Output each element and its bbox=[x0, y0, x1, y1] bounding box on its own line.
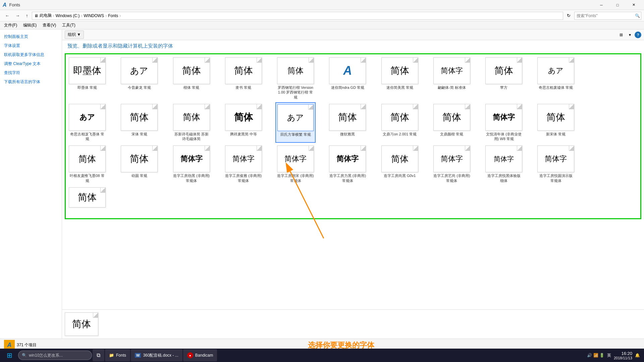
refresh-button[interactable]: ↻ bbox=[565, 12, 573, 19]
font-item-3[interactable]: 简体 楷体 常规 bbox=[171, 56, 212, 101]
font-item-10[interactable]: あア 奇思古粗废墟体 常规 bbox=[536, 56, 576, 101]
font-item-12[interactable]: あア 奇思古相泼飞墨体 常规 bbox=[67, 102, 107, 143]
font-item-31[interactable]: 简体字 造字工房悦黑体验版 细体 bbox=[484, 144, 524, 185]
font-item-28[interactable]: 简体字 造字工房力黑 (非商用) 常规体 bbox=[327, 144, 368, 185]
taskbar-search[interactable]: 🔍 win10怎么更改系... bbox=[18, 351, 92, 360]
font-item-23[interactable]: 简体 叶根友庞惟飞墨08 常规 bbox=[67, 144, 107, 185]
font-grid-wrapper[interactable]: 即墨体 即墨体 常规 あア 今昔豪龙 常规 简体 bbox=[62, 51, 644, 309]
font-card-34: 简体 bbox=[69, 187, 106, 207]
font-name-12: 奇思古相泼飞墨体 常规 bbox=[69, 132, 106, 141]
search-button[interactable]: 🔍 bbox=[635, 13, 640, 18]
font-item-24[interactable]: 简体 幼圆 常规 bbox=[119, 144, 159, 185]
font-card-31: 简体字 bbox=[485, 145, 522, 172]
sidebar: 控制面板主页 字体设置 联机获取更多字体信息 调整 ClearType 文本 查… bbox=[0, 29, 62, 339]
content-area: 组织 ▼ ⊞ ▾ ? 预览、删除或者显示和隐藏计算机上安装的字体 即墨体 bbox=[62, 29, 644, 339]
font-item-2[interactable]: あア 今昔豪龙 常规 bbox=[119, 56, 159, 101]
main-layout: 控制面板主页 字体设置 联机获取更多字体信息 调整 ClearType 文本 查… bbox=[0, 29, 644, 339]
font-name-31: 造字工房悦黑体验版 细体 bbox=[485, 173, 522, 183]
start-button[interactable]: ⊞ bbox=[1, 349, 17, 362]
menu-bar: 文件(F) 编辑(E) 查看(V) 工具(T) bbox=[0, 21, 644, 29]
sidebar-cleartype[interactable]: 调整 ClearType 文本 bbox=[0, 59, 62, 68]
menu-file[interactable]: 文件(F) bbox=[1, 22, 20, 29]
font-item-29[interactable]: 简体 造字工房尚黑 G0v1 bbox=[380, 144, 420, 185]
view-dropdown[interactable]: ▾ bbox=[627, 32, 633, 38]
font-item-25[interactable]: 简体字 造字工房劲黑 (非商用) 常规体 bbox=[171, 144, 212, 185]
close-button[interactable]: ✕ bbox=[626, 0, 641, 10]
font-grid-highlighted: 即墨体 即墨体 常规 あア 今昔豪龙 常规 简体 bbox=[65, 53, 641, 219]
menu-view[interactable]: 查看(V) bbox=[40, 22, 59, 29]
font-name-4: 隶书 常规 bbox=[225, 85, 262, 90]
font-item-5[interactable]: 筒体 罗西钢笔行楷 Version 1.00 罗西钢笔行楷 常规 bbox=[275, 56, 316, 101]
font-card-7: 简体 bbox=[381, 57, 418, 84]
font-item-7[interactable]: 简体 迷你简美黑 常规 bbox=[380, 56, 420, 101]
bandicam-icon: ● bbox=[187, 352, 193, 358]
font-card-30: 简体字 bbox=[433, 145, 470, 172]
back-button[interactable]: ← bbox=[3, 12, 12, 19]
file-explorer-icon: 📁 bbox=[109, 353, 114, 358]
font-card-16: あア bbox=[277, 104, 314, 131]
view-large-icon[interactable]: ⊞ bbox=[617, 32, 625, 38]
breadcrumb[interactable]: 🖥 此电脑 › Windows (C:) › WINDOWS › Fonts › bbox=[32, 12, 564, 20]
sidebar-download-fonts[interactable]: 下载所有语言的字体 bbox=[0, 77, 62, 86]
notification-icon[interactable]: 🔔 bbox=[635, 353, 640, 358]
font-item-26[interactable]: 简体字 造字工房俊雅 (非商用) 常规体 bbox=[223, 144, 264, 185]
font-item-27[interactable]: 简体字 造字工房朗宋 (非商用) 常规体 bbox=[275, 144, 316, 185]
font-item-1[interactable]: 即墨体 即墨体 常规 bbox=[67, 56, 107, 101]
up-button[interactable]: ↑ bbox=[23, 12, 31, 19]
font-item-13[interactable]: 简体 宋体 常规 bbox=[119, 102, 159, 143]
view-icons: ⊞ ▾ ? bbox=[617, 32, 641, 38]
forward-button[interactable]: → bbox=[13, 12, 22, 19]
font-name-8: 翩翩体-简 标准体 bbox=[433, 85, 470, 90]
font-card-15: 简体 bbox=[225, 104, 262, 131]
font-name-29: 造字工房尚黑 G0v1 bbox=[381, 173, 418, 178]
font-item-14[interactable]: 简体 苏新诗毛磁体简 苏新诗毛磁体简 bbox=[171, 102, 212, 143]
maximize-button[interactable]: □ bbox=[610, 0, 625, 10]
font-item-9[interactable]: 简体 苹方 bbox=[484, 56, 524, 101]
tray-icons: 🔊 📶 🔋 bbox=[587, 353, 604, 358]
font-card-27: 简体字 bbox=[277, 145, 314, 172]
help-button[interactable]: ? bbox=[635, 32, 641, 38]
minimize-button[interactable]: ─ bbox=[594, 0, 609, 10]
menu-edit[interactable]: 编辑(E) bbox=[20, 22, 39, 29]
font-item-18[interactable]: 简体 文鼎习on 2.001 常规 bbox=[380, 102, 420, 143]
font-item-16[interactable]: あア 田氏方筆横繁 常规 bbox=[275, 102, 316, 143]
font-item-32[interactable]: 简体字 造字工房悦圆演示版 常规体 bbox=[536, 144, 576, 185]
sidebar-control-panel[interactable]: 控制面板主页 bbox=[0, 32, 62, 41]
taskbar-bandicam[interactable]: ● Bandicam bbox=[183, 349, 217, 361]
organize-button[interactable]: 组织 ▼ bbox=[65, 31, 84, 39]
sidebar-font-settings[interactable]: 字体设置 bbox=[0, 41, 62, 50]
font-row-3: 简体 叶根友庞惟飞墨08 常规 简体 幼圆 常规 简体字 bbox=[67, 144, 639, 185]
breadcrumb-pc[interactable]: 此电脑 bbox=[40, 13, 52, 18]
address-bar: ← → ↑ 🖥 此电脑 › Windows (C:) › WINDOWS › F… bbox=[0, 10, 644, 21]
font-name-14: 苏新诗毛磁体简 苏新诗毛磁体简 bbox=[173, 132, 210, 141]
font-item-8[interactable]: 简体字 翩翩体-简 标准体 bbox=[432, 56, 472, 101]
page-header: 预览、删除或者显示和隐藏计算机上安装的字体 bbox=[62, 40, 644, 51]
font-item-4[interactable]: 简体 隶书 常规 bbox=[223, 56, 264, 101]
font-name-13: 宋体 常规 bbox=[121, 132, 158, 136]
font-item-15[interactable]: 简体 腾祥麦黑简 中等 bbox=[223, 102, 264, 143]
font-card-10: あア bbox=[537, 57, 574, 84]
breadcrumb-windows[interactable]: WINDOWS bbox=[84, 13, 104, 18]
sidebar-find-char[interactable]: 查找字符 bbox=[0, 68, 62, 77]
breadcrumb-drive[interactable]: Windows (C:) bbox=[56, 13, 80, 18]
sidebar-online-fonts[interactable]: 联机获取更多字体信息 bbox=[0, 50, 62, 59]
font-card-23: 简体 bbox=[69, 145, 106, 172]
font-name-5: 罗西钢笔行楷 Version 1.00 罗西钢笔行楷 常规 bbox=[277, 85, 314, 100]
font-item-21[interactable]: 简体 新宋体 常规 bbox=[536, 102, 576, 143]
font-item-30[interactable]: 简体字 造字工房艺尚 (非商用) 常规体 bbox=[432, 144, 472, 185]
windows-icon: ⊞ bbox=[7, 351, 12, 359]
font-item-20[interactable]: 简体字 文悦清年体 (非商业使用) W8 常规 bbox=[484, 102, 524, 143]
font-item-17[interactable]: 简体 微软雅黑 bbox=[327, 102, 368, 143]
taskbar-file-explorer[interactable]: 📁 Fonts bbox=[105, 349, 130, 361]
font-item-34[interactable]: 简体 bbox=[67, 186, 107, 216]
search-input[interactable] bbox=[574, 12, 641, 20]
breadcrumb-fonts[interactable]: Fonts bbox=[108, 13, 118, 18]
font-name-20: 文悦清年体 (非商业使用) W8 常规 bbox=[485, 132, 522, 141]
font-item-6[interactable]: A 迷你简ndra GD 常规 bbox=[327, 56, 368, 101]
task-view-button[interactable]: ⧉ bbox=[93, 349, 104, 361]
menu-tools[interactable]: 工具(T) bbox=[59, 22, 78, 29]
font-card-24: 简体 bbox=[121, 145, 158, 172]
font-item-19[interactable]: 简体 文鼎颜楷 常规 bbox=[432, 102, 472, 143]
taskbar-word[interactable]: W 360配音稿.docx - ... bbox=[131, 349, 182, 361]
font-card-6: A bbox=[329, 57, 366, 84]
